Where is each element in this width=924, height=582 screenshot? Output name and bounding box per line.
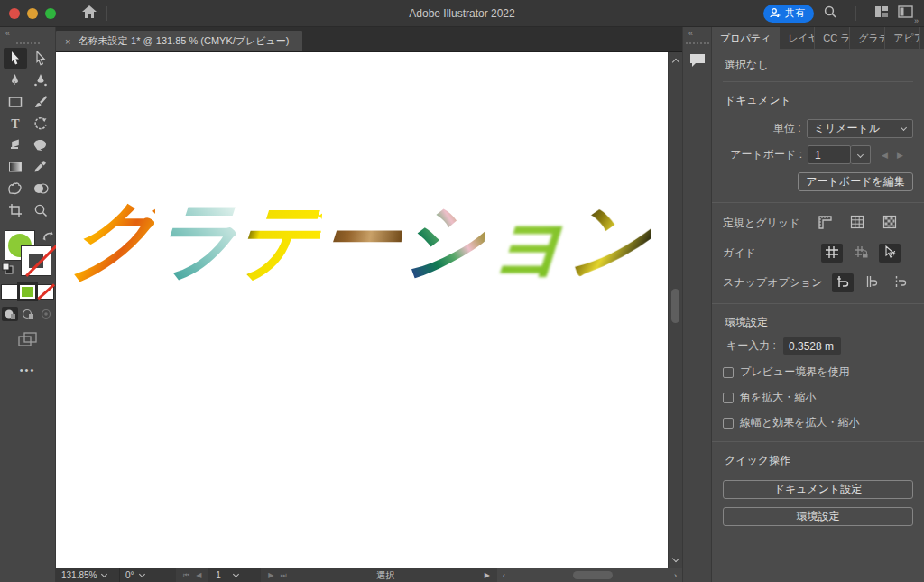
scale-corners-row: 角を拡大・縮小 xyxy=(723,390,913,405)
rotate-tool[interactable] xyxy=(29,113,52,134)
magnifier-icon xyxy=(33,203,48,217)
gradient-button[interactable] xyxy=(20,285,35,299)
zoom-window-button[interactable] xyxy=(45,8,56,19)
next-artboard-button[interactable]: ▶ xyxy=(268,571,273,579)
gradient-char[interactable]: シ xyxy=(398,191,488,287)
eraser-tool[interactable] xyxy=(4,134,27,155)
document-tab[interactable]: × 名称未設定-1* @ 131.85 % (CMYK/プレビュー) xyxy=(56,31,302,51)
edit-toolbar-button[interactable]: ••• xyxy=(20,365,36,375)
zoom-tool[interactable] xyxy=(29,199,52,220)
home-button[interactable] xyxy=(81,5,97,23)
drawing-modes xyxy=(2,307,54,321)
tools-drag-grip[interactable] xyxy=(16,42,40,44)
preferences-button[interactable]: 環境設定 xyxy=(723,507,913,526)
horizontal-scrollbar[interactable]: ‹ › xyxy=(497,568,682,582)
first-artboard-button[interactable]: ⏮ xyxy=(183,571,189,580)
type-tool[interactable]: T xyxy=(4,113,27,134)
close-tab-icon[interactable]: × xyxy=(65,36,70,47)
horizontal-scroll-thumb[interactable] xyxy=(573,571,613,579)
default-fill-stroke-button[interactable] xyxy=(2,262,14,278)
gradient-tool[interactable] xyxy=(4,156,27,177)
scroll-right-icon[interactable]: › xyxy=(669,571,682,580)
show-rulers-button[interactable] xyxy=(814,214,836,233)
artboard-select-chevron[interactable] xyxy=(851,145,871,164)
rectangle-tool[interactable] xyxy=(4,91,27,112)
vertical-scrollbar[interactable] xyxy=(668,52,682,568)
share-button[interactable]: 共有 xyxy=(763,5,814,23)
show-guides-button[interactable] xyxy=(821,244,843,263)
screen-mode-button[interactable] xyxy=(18,332,38,352)
edit-artboards-button[interactable]: アートボードを編集 xyxy=(798,172,913,191)
artboard-label: アートボード : xyxy=(723,147,802,162)
close-window-button[interactable] xyxy=(9,8,20,19)
gradient-char[interactable]: ョ xyxy=(481,191,571,287)
eyedropper-tool[interactable] xyxy=(29,156,52,177)
tab-properties[interactable]: プロパティ xyxy=(712,27,780,49)
workspace-switcher-icon[interactable] xyxy=(874,5,889,22)
prev-artboard-button[interactable]: ◀ xyxy=(196,571,201,579)
gradient-text-object[interactable]: グラデーション xyxy=(68,197,654,282)
prev-artboard-icon[interactable]: ◀ xyxy=(882,151,888,160)
snap-to-grid-button[interactable] xyxy=(861,273,882,292)
draw-behind-mode-button[interactable] xyxy=(20,307,36,321)
gradient-char[interactable]: ー xyxy=(317,191,404,287)
gradient-char[interactable]: デ xyxy=(234,191,324,287)
scroll-up-icon[interactable] xyxy=(671,59,679,66)
artboard-canvas[interactable]: グラデーション xyxy=(56,52,668,568)
draw-inside-mode-button[interactable] xyxy=(38,307,54,321)
gradient-char[interactable]: グ xyxy=(67,191,157,287)
rotation-dropdown[interactable]: 0° xyxy=(120,568,176,582)
snap-to-pixel-button[interactable] xyxy=(890,273,911,292)
show-transparency-grid-button[interactable] xyxy=(879,214,901,233)
gradient-char[interactable]: ン xyxy=(565,191,655,287)
vertical-scroll-thumb[interactable] xyxy=(671,289,679,323)
snap-to-point-button[interactable] xyxy=(832,273,854,292)
tab-gradient[interactable]: グラデ xyxy=(850,27,885,49)
strip-collapse-arrow[interactable]: « xyxy=(683,27,711,40)
none-button[interactable] xyxy=(38,285,53,299)
artboard-tool[interactable] xyxy=(4,199,27,220)
draw-normal-mode-button[interactable] xyxy=(2,307,18,321)
document-setup-button[interactable]: ドキュメント設定 xyxy=(723,480,913,499)
hand-tool[interactable] xyxy=(4,178,27,199)
gradient-char[interactable]: ラ xyxy=(151,191,241,287)
zoom-level-dropdown[interactable]: 131.85% xyxy=(56,568,119,582)
tab-layers[interactable]: レイヤ xyxy=(780,27,815,49)
snap-point-icon xyxy=(836,275,850,291)
comment-tool-button[interactable] xyxy=(686,50,709,70)
shape-builder-tool[interactable] xyxy=(29,178,52,199)
curvature-tool[interactable] xyxy=(29,69,52,90)
artboard-number-dropdown[interactable]: 1 xyxy=(208,568,261,582)
last-artboard-button[interactable]: ⏭ xyxy=(281,571,287,580)
tools-collapse-arrow[interactable]: « xyxy=(0,27,55,40)
stroke-color-swatch[interactable] xyxy=(22,246,51,275)
tab-cc-libraries[interactable]: CC ラ xyxy=(815,27,850,49)
smart-guides-button[interactable] xyxy=(879,244,901,263)
lock-guides-button[interactable] xyxy=(850,244,872,263)
unit-dropdown[interactable]: ミリメートル xyxy=(807,119,913,138)
tab-appearance[interactable]: アピア xyxy=(885,27,920,49)
strip-drag-grip[interactable] xyxy=(686,42,709,44)
pen-tool[interactable] xyxy=(4,69,27,90)
artboard-select-field[interactable]: 1 xyxy=(808,145,851,164)
swap-fill-stroke-button[interactable] xyxy=(42,229,54,245)
panel-collapse-arrow[interactable]: » xyxy=(914,16,919,25)
direct-selection-tool[interactable] xyxy=(29,48,52,69)
rotate-view-tool[interactable] xyxy=(29,134,52,155)
guides-lock-icon xyxy=(854,245,868,262)
next-artboard-icon[interactable]: ▶ xyxy=(897,151,903,160)
minimize-window-button[interactable] xyxy=(27,8,38,19)
scale-strokes-checkbox[interactable] xyxy=(723,418,734,429)
paintbrush-tool[interactable] xyxy=(29,91,52,112)
preview-bounds-checkbox[interactable] xyxy=(723,367,734,378)
show-grid-button[interactable] xyxy=(846,214,868,233)
panels-layout-icon[interactable] xyxy=(898,5,913,22)
status-menu-arrow-icon[interactable]: ▶ xyxy=(477,571,497,579)
search-icon[interactable] xyxy=(823,5,837,23)
scroll-left-icon[interactable]: ‹ xyxy=(497,571,511,580)
color-button[interactable] xyxy=(2,285,17,299)
scroll-down-icon[interactable] xyxy=(671,555,679,562)
selection-tool[interactable] xyxy=(4,48,27,69)
keyboard-increment-field[interactable]: 0.3528 m xyxy=(783,337,841,355)
scale-corners-checkbox[interactable] xyxy=(723,393,734,403)
